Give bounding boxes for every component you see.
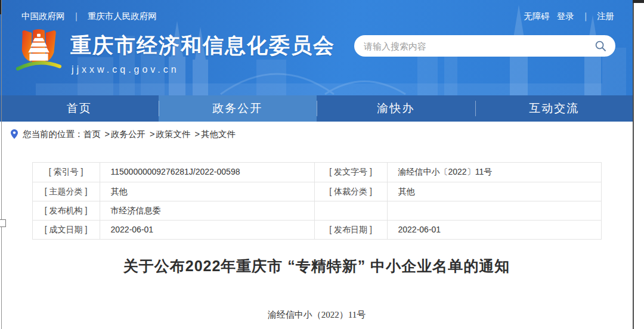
breadcrumb-item-policy-docs[interactable]: 政策文件 [156, 129, 190, 140]
breadcrumb-item-other-docs[interactable]: 其他文件 [201, 129, 236, 140]
left-edge-line [1, 0, 2, 329]
left-resize-handle[interactable] [0, 219, 6, 227]
meta-value-written-date: 2022-06-01 [100, 220, 314, 239]
link-register[interactable]: 注册 [597, 11, 614, 22]
top-bar: 中国政府网 ｜ 重庆市人民政府网 无障碍 登录 ｜ 注册 [16, 0, 618, 22]
search-icon [595, 40, 606, 52]
breadcrumb-separator: > [105, 129, 110, 139]
search-button[interactable] [593, 38, 608, 54]
site-title-block: 重庆市经济和信息化委员会 jjxxw.cq.gov.cn [70, 32, 335, 75]
search-input[interactable] [364, 41, 593, 51]
top-separator: ｜ [72, 11, 80, 22]
meta-label-written-date: [ 成文日期 ] [33, 220, 100, 239]
meta-value-doc-symbol: 渝经信中小〔2022〕11号 [387, 163, 601, 182]
nav-item-home[interactable]: 首页 [0, 95, 159, 122]
right-edge-corner-mark [633, 0, 644, 3]
top-separator: ｜ [581, 11, 590, 22]
site-name: 重庆市经济和信息化委员会 [70, 32, 335, 60]
meta-value-subject-category: 其他 [100, 182, 314, 201]
meta-value-publish-date: 2022-06-01 [387, 220, 601, 239]
breadcrumb-separator: > [150, 129, 154, 139]
nav-item-gov-info[interactable]: 政务公开 [159, 95, 317, 122]
meta-value-empty [387, 201, 601, 220]
article-doc-number: 渝经信中小（2022）11号 [0, 309, 633, 321]
site-domain: jjxxw.cq.gov.cn [72, 64, 335, 75]
link-chongqing-gov[interactable]: 重庆市人民政府网 [88, 11, 157, 22]
breadcrumb-separator: > [194, 129, 199, 139]
article-title: 关于公布2022年重庆市 “专精特新” 中小企业名单的通知 [0, 256, 633, 276]
main-content: [ 索引号 ] 11500000009276281J/2022-00598 [ … [0, 162, 633, 321]
meta-label-index-number: [ 索引号 ] [33, 163, 100, 182]
doc-meta-table: [ 索引号 ] 11500000009276281J/2022-00598 [ … [32, 162, 602, 240]
link-china-gov[interactable]: 中国政府网 [21, 11, 65, 22]
meta-value-index-number: 11500000009276281J/2022-00598 [100, 163, 314, 182]
meta-label-subject-category: [ 主题分类 ] [33, 182, 100, 201]
meta-label-empty [314, 201, 387, 220]
top-links-left: 中国政府网 ｜ 重庆市人民政府网 [21, 11, 157, 22]
top-links-right: 无障碍 登录 ｜ 注册 [524, 11, 614, 22]
site-logo[interactable] [16, 28, 62, 78]
site-header: 中国政府网 ｜ 重庆市人民政府网 无障碍 登录 ｜ 注册 [0, 0, 633, 95]
breadcrumb-prefix: 您当前的位置： [23, 129, 83, 140]
meta-label-doc-symbol: [ 发文字号 ] [314, 163, 387, 182]
meta-label-publisher: [ 发布机构 ] [33, 201, 100, 220]
breadcrumb-item-home[interactable]: 首页 [83, 129, 101, 140]
right-edge-line [633, 0, 634, 329]
breadcrumb-item-gov-info[interactable]: 政务公开 [111, 129, 145, 140]
breadcrumb: 您当前的位置： 首页 > 政务公开 > 政策文件 > 其他文件 [0, 122, 633, 147]
main-nav: 首页 政务公开 渝快办 互动交流 [0, 95, 633, 122]
link-login[interactable]: 登录 [557, 11, 574, 22]
meta-value-publisher: 市经济信息委 [100, 201, 314, 220]
link-accessibility[interactable]: 无障碍 [524, 11, 550, 22]
meta-value-genre-category: 其他 [387, 182, 601, 201]
location-pin-icon [11, 129, 18, 139]
search-box [354, 35, 615, 57]
meta-label-genre-category: [ 体裁分类 ] [314, 182, 387, 201]
left-edge-corner-mark [0, 0, 1, 14]
page: 中国政府网 ｜ 重庆市人民政府网 无障碍 登录 ｜ 注册 [0, 0, 633, 321]
meta-label-publish-date: [ 发布日期 ] [314, 220, 387, 239]
header-main: 重庆市经济和信息化委员会 jjxxw.cq.gov.cn [16, 28, 618, 78]
nav-item-yukuaiban[interactable]: 渝快办 [317, 95, 475, 122]
nav-item-interaction[interactable]: 互动交流 [475, 95, 634, 122]
